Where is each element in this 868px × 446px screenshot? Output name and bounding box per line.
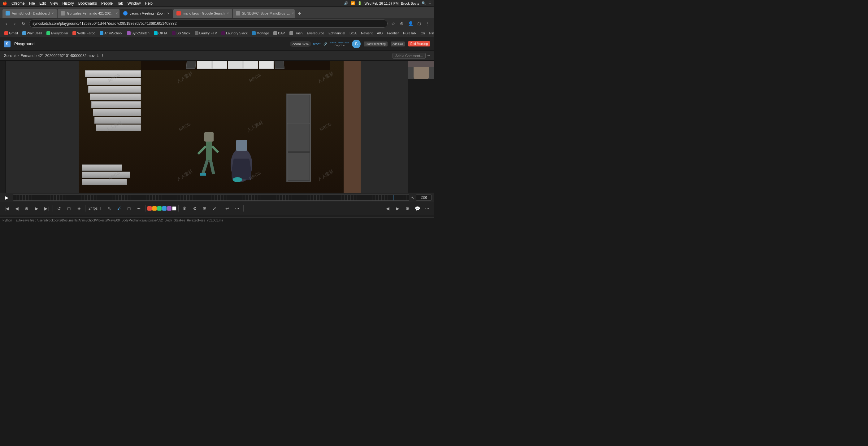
settings-button[interactable]: ⚙ (190, 204, 199, 213)
reload-button[interactable]: ↻ (20, 20, 27, 27)
prev-frame-button[interactable]: ◀ (12, 204, 21, 213)
tab-zoom[interactable]: Launch Meeting - Zoom ✕ (120, 9, 173, 18)
color-purple[interactable] (167, 206, 172, 211)
viewport[interactable]: RRCG 人人素材 RRCG 人人素材 人人素材 RRCG 人人素材 RRCG … (6, 61, 434, 192)
back-button[interactable]: ‹ (2, 20, 10, 27)
undo-button[interactable]: ↩ (223, 204, 231, 213)
tab-animschool[interactable]: AnimSchool - Dashboard ✕ (2, 9, 57, 18)
bookmark-star[interactable]: ☆ (390, 20, 397, 27)
annotation-settings[interactable]: ⚙ (403, 204, 412, 213)
bookmark-walnuthill[interactable]: WalnutHill (21, 30, 44, 36)
sync-meeting-button[interactable]: SYNC MEETING Only You (330, 41, 349, 47)
bookmark-aio[interactable]: AIO (375, 30, 384, 36)
color-orange[interactable] (152, 206, 157, 211)
tab-close-animschool[interactable]: ✕ (52, 12, 54, 15)
wifi-icon[interactable]: 📶 (351, 1, 355, 5)
bookmark-animschool[interactable]: AnimSchool (98, 30, 124, 36)
tab-close-gonzalez[interactable]: ✕ (116, 12, 118, 15)
tab-gonzalez[interactable]: Gonzalez-Fernando-421-202... ✕ (58, 9, 120, 18)
menu-window[interactable]: Window (127, 1, 141, 6)
tab-close-mario[interactable]: ✕ (226, 12, 229, 15)
notification-icon[interactable]: ☰ (428, 1, 432, 5)
profile-button[interactable]: 👤 (407, 20, 414, 27)
file-download-icon[interactable]: ⬇ (101, 54, 104, 58)
battery-icon[interactable]: 🔋 (358, 1, 362, 5)
more-button[interactable]: ⋮ (424, 20, 432, 27)
user-avatar[interactable]: B (352, 40, 361, 48)
color-white[interactable] (172, 206, 177, 211)
annotation-menu[interactable]: ⋯ (423, 204, 432, 213)
menu-view[interactable]: View (50, 1, 58, 6)
share-button[interactable]: 🔗 (323, 42, 327, 46)
bookmark-eversource[interactable]: Eversource (305, 30, 326, 36)
bookmark-oli[interactable]: Oli (419, 30, 427, 36)
menu-chrome[interactable]: Chrome (11, 1, 25, 6)
color-red[interactable] (147, 206, 152, 211)
bookmark-pinterest[interactable]: Pinterest (428, 30, 434, 36)
pen-tool[interactable]: ✒ (135, 204, 143, 213)
bookmark-laundryslack[interactable]: Laundry Slack (219, 30, 249, 36)
color-blue[interactable] (162, 206, 166, 211)
bookmark-laudryftp[interactable]: Laudry FTP (193, 30, 219, 36)
search-icon[interactable]: 🔍 (422, 1, 426, 5)
prev-annotation[interactable]: ◀ (383, 204, 392, 213)
fullscreen-button[interactable]: ⤢ (210, 204, 219, 213)
bookmark-gmail[interactable]: Gmail (2, 30, 20, 36)
apple-menu[interactable]: 🍎 (2, 1, 7, 6)
add-comment-input[interactable]: Add a Comment... (393, 53, 426, 59)
more-tools[interactable]: ⋯ (233, 204, 242, 213)
canvas-view[interactable]: RRCG 人人素材 RRCG 人人素材 人人素材 RRCG 人人素材 RRCG … (79, 61, 361, 192)
comment-icon[interactable]: 💬 (413, 204, 422, 213)
color-green[interactable] (157, 206, 162, 211)
brush-tool[interactable]: 🖌 (115, 204, 124, 213)
grid-button[interactable]: ⊞ (200, 204, 209, 213)
zoom-button[interactable]: ⊕ (398, 20, 405, 27)
forward-button[interactable]: › (11, 20, 19, 27)
extensions-button[interactable]: ⬡ (415, 20, 423, 27)
menu-edit[interactable]: Edit (39, 1, 46, 6)
menu-file[interactable]: File (29, 1, 35, 6)
add-call-button[interactable]: Add Call (391, 41, 405, 47)
bookmark-mortage[interactable]: Mortage (250, 30, 271, 36)
bookmark-bsslack[interactable]: BS Slack (170, 30, 192, 36)
menu-people[interactable]: People (101, 1, 113, 6)
bookmark-boa[interactable]: BOA (348, 30, 359, 36)
eraser-tool[interactable]: ◻ (125, 204, 133, 213)
timeline-ruler[interactable] (13, 195, 409, 201)
address-bar[interactable]: syncsketch.com/playground/412ce35041d447… (29, 20, 388, 28)
step-button[interactable]: ⊕ (22, 204, 31, 213)
tab-close-supermario[interactable]: ✕ (291, 12, 294, 15)
menu-tab[interactable]: Tab (117, 1, 123, 6)
tab-mario[interactable]: mario bros - Google Search ✕ (173, 9, 232, 18)
bookmark-trash[interactable]: Trash (287, 30, 305, 36)
bookmark-navient[interactable]: Navient (359, 30, 374, 36)
zoom-reset-link[interactable]: reset (313, 42, 320, 46)
new-tab-button[interactable]: + (295, 9, 304, 18)
pencil-tool[interactable]: ✎ (105, 204, 114, 213)
delete-button[interactable]: 🗑 (181, 204, 189, 213)
snap-button[interactable]: ◈ (74, 204, 83, 213)
next-annotation[interactable]: ▶ (393, 204, 402, 213)
bookmark-tool[interactable]: ◻ (65, 204, 73, 213)
bookmark-syncsketch[interactable]: SyncSketch (125, 30, 151, 36)
bookmark-everydollar[interactable]: EverydolIar (44, 30, 70, 36)
play-button[interactable]: ▶ (2, 193, 11, 202)
loop-button[interactable]: ↺ (55, 204, 63, 213)
tab-supermario[interactable]: SL-3DSVC_SuperMarioBros_... ✕ (233, 9, 295, 18)
next-frame-button[interactable]: ▶ (32, 204, 41, 213)
bookmark-edfinancial[interactable]: Edfinancial (327, 30, 347, 36)
end-meeting-button[interactable]: End Meeting (408, 41, 430, 47)
bookmark-wellsfargo[interactable]: Wells Fargo (70, 30, 97, 36)
bookmark-puretalk[interactable]: PureTalk (401, 30, 418, 36)
bookmark-dap[interactable]: DAP (272, 30, 287, 36)
comment-send-icon[interactable]: ✏ (428, 54, 430, 58)
bookmark-okta[interactable]: OKTA (152, 30, 169, 36)
bookmark-frontier[interactable]: Frontier (385, 30, 401, 36)
prev-key-button[interactable]: |◀ (2, 204, 11, 213)
menu-bookmarks[interactable]: Bookmarks (78, 1, 97, 6)
tab-close-zoom[interactable]: ✕ (167, 12, 169, 15)
timeline-playhead[interactable] (393, 195, 394, 200)
menu-history[interactable]: History (63, 1, 74, 6)
start-presenting-button[interactable]: Start Presenting (364, 41, 388, 47)
file-info-icon[interactable]: ℹ (97, 54, 98, 58)
